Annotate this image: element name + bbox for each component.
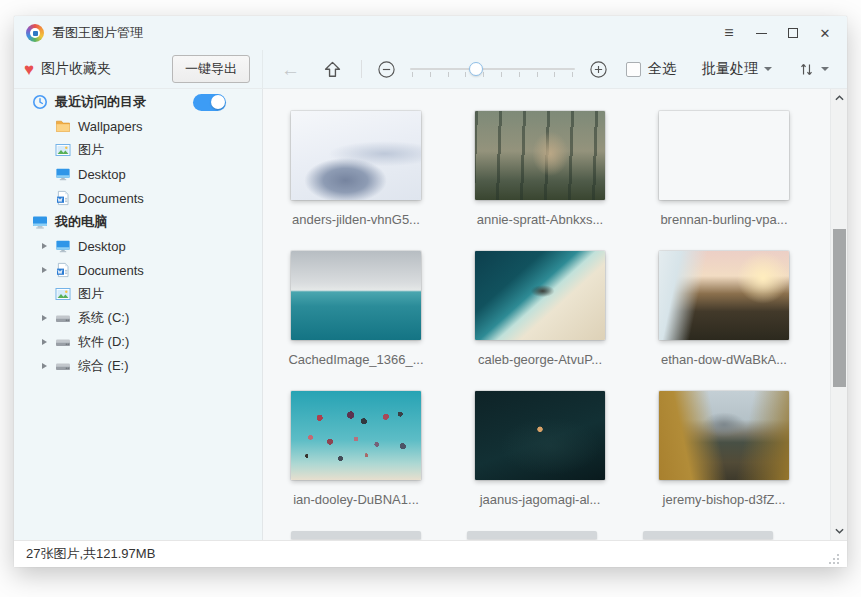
- sidebar-item-pictures[interactable]: 图片: [14, 138, 262, 162]
- favorites-label: 图片收藏夹: [41, 60, 111, 78]
- export-button[interactable]: 一键导出: [172, 55, 250, 83]
- image-item[interactable]: brennan-burling-vpa...: [636, 111, 812, 227]
- thumbnail-image[interactable]: [659, 251, 789, 340]
- chevron-right-icon[interactable]: [42, 315, 55, 321]
- document-icon: [55, 262, 71, 278]
- sidebar-item-my-computer[interactable]: 我的电脑: [14, 210, 262, 234]
- image-item[interactable]: ethan-dow-dWaBkA...: [636, 251, 812, 367]
- image-filename: annie-spratt-Abnkxs...: [477, 212, 603, 227]
- zoom-slider-ticks: [412, 72, 573, 77]
- image-item[interactable]: jaanus-jagomagi-al...: [452, 391, 628, 507]
- toolbar: ♥ 图片收藏夹 一键导出 ← 全选: [14, 50, 847, 88]
- vertical-scrollbar[interactable]: [830, 89, 847, 540]
- image-filename: anders-jilden-vhnG5...: [292, 212, 420, 227]
- menu-icon[interactable]: ≡: [713, 19, 745, 47]
- chevron-down-icon: [821, 67, 829, 71]
- sidebar-item-wallpapers[interactable]: Wallpapers: [14, 114, 262, 138]
- image-filename: caleb-george-AtvuP...: [478, 352, 602, 367]
- scroll-up-icon[interactable]: [831, 90, 847, 106]
- clock-icon: [32, 94, 48, 110]
- minimize-button[interactable]: [745, 19, 777, 47]
- chevron-right-icon[interactable]: [42, 243, 55, 249]
- zoom-in-icon[interactable]: [589, 60, 608, 79]
- sort-button[interactable]: [798, 61, 829, 78]
- image-filename: brennan-burling-vpa...: [660, 212, 787, 227]
- picture-icon: [55, 142, 71, 158]
- toolbar-navigation-section: ←: [263, 59, 626, 80]
- sidebar-item-label: 软件 (D:): [78, 333, 129, 351]
- sidebar-item-drive-e[interactable]: 综合 (E:): [14, 354, 262, 378]
- scrollbar-thumb[interactable]: [833, 229, 846, 387]
- chevron-down-icon: [764, 67, 772, 71]
- sidebar-item-label: 综合 (E:): [78, 357, 129, 375]
- sidebar-item-desktop[interactable]: Desktop: [14, 234, 262, 258]
- titlebar: 看图王图片管理 ≡ ✕: [14, 16, 847, 50]
- grid-row-partial: [268, 531, 830, 539]
- chevron-right-icon[interactable]: [42, 267, 55, 273]
- close-button[interactable]: ✕: [809, 19, 841, 47]
- image-item[interactable]: ian-dooley-DuBNA1...: [268, 391, 444, 507]
- thumbnail-image[interactable]: [659, 391, 789, 480]
- zoom-slider-track[interactable]: [410, 68, 575, 70]
- sidebar-item-label: 最近访问的目录: [55, 93, 146, 111]
- batch-process-button[interactable]: 批量处理: [702, 60, 772, 78]
- back-icon[interactable]: ←: [281, 60, 300, 79]
- select-all-label: 全选: [648, 60, 676, 78]
- thumbnail-image[interactable]: [475, 391, 605, 480]
- sidebar-item-documents[interactable]: Documents: [14, 258, 262, 282]
- sidebar-item-pictures-pc[interactable]: 图片: [14, 282, 262, 306]
- app-logo-icon: [26, 24, 44, 42]
- image-item[interactable]: anders-jilden-vhnG5...: [268, 111, 444, 227]
- chevron-right-icon[interactable]: [42, 363, 55, 369]
- image-filename: ian-dooley-DuBNA1...: [293, 492, 419, 507]
- grid-row: ian-dooley-DuBNA1... jaanus-jagomagi-al.…: [268, 391, 830, 507]
- drive-icon: [55, 358, 71, 374]
- toolbar-favorites-section: ♥ 图片收藏夹 一键导出: [14, 50, 263, 88]
- image-grid-area: anders-jilden-vhnG5... annie-spratt-Abnk…: [263, 89, 847, 540]
- thumbnail-image[interactable]: [291, 251, 421, 340]
- maximize-icon: [788, 28, 798, 38]
- thumbnail-image[interactable]: [291, 111, 421, 200]
- sidebar-item-drive-c[interactable]: 系统 (C:): [14, 306, 262, 330]
- maximize-button[interactable]: [777, 19, 809, 47]
- toggle-knob: [211, 95, 225, 109]
- sidebar-item-label: 图片: [78, 141, 104, 159]
- window-controls: ≡ ✕: [713, 19, 841, 47]
- thumbnail-image[interactable]: [291, 531, 421, 539]
- image-item[interactable]: caleb-george-AtvuP...: [452, 251, 628, 367]
- thumbnail-image[interactable]: [475, 251, 605, 340]
- sidebar-item-label: Documents: [78, 191, 144, 206]
- sidebar-item-desktop-recent[interactable]: Desktop: [14, 162, 262, 186]
- image-item[interactable]: CachedImage_1366_...: [268, 251, 444, 367]
- zoom-slider-thumb[interactable]: [469, 62, 483, 76]
- image-filename: jaanus-jagomagi-al...: [480, 492, 601, 507]
- grid-row: CachedImage_1366_... caleb-george-AtvuP.…: [268, 251, 830, 367]
- sidebar-item-drive-d[interactable]: 软件 (D:): [14, 330, 262, 354]
- up-level-icon[interactable]: [322, 59, 343, 80]
- image-count-summary: 27张图片,共121.97MB: [26, 545, 155, 563]
- sidebar-item-documents-recent[interactable]: Documents: [14, 186, 262, 210]
- thumbnail-image[interactable]: [475, 111, 605, 200]
- toolbar-actions-section: 全选 批量处理: [626, 60, 847, 78]
- sidebar-item-recent-folders[interactable]: 最近访问的目录: [14, 90, 262, 114]
- chevron-right-icon[interactable]: [42, 339, 55, 345]
- thumbnail-image[interactable]: [659, 111, 789, 200]
- thumbnail-image[interactable]: [643, 531, 773, 539]
- sidebar-item-label: Documents: [78, 263, 144, 278]
- image-filename: ethan-dow-dWaBkA...: [661, 352, 787, 367]
- grid-row: anders-jilden-vhnG5... annie-spratt-Abnk…: [268, 111, 830, 227]
- monitor-icon: [55, 166, 71, 182]
- select-all-checkbox[interactable]: [626, 62, 641, 77]
- resize-grip[interactable]: [828, 553, 839, 564]
- image-item[interactable]: jeremy-bishop-d3fZ...: [636, 391, 812, 507]
- thumbnail-image[interactable]: [467, 531, 597, 539]
- folder-icon: [55, 118, 71, 134]
- zoom-slider[interactable]: [410, 59, 575, 79]
- thumbnail-image[interactable]: [291, 391, 421, 480]
- scroll-down-icon[interactable]: [831, 523, 847, 539]
- zoom-out-icon[interactable]: [377, 60, 396, 79]
- app-title: 看图王图片管理: [52, 24, 143, 42]
- sidebar-item-label: Desktop: [78, 239, 126, 254]
- recent-folders-toggle[interactable]: [193, 94, 226, 111]
- image-item[interactable]: annie-spratt-Abnkxs...: [452, 111, 628, 227]
